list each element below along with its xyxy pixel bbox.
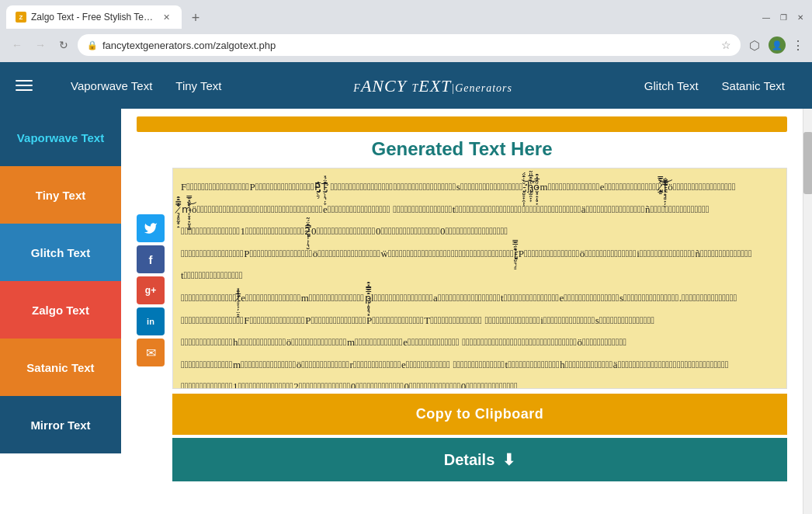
sidebar-item-glitch[interactable]: Glitch Text bbox=[0, 224, 121, 281]
profile-icon[interactable]: 👤 bbox=[769, 36, 786, 54]
active-tab[interactable]: Z Zalgo Text - Free Stylish Text Gen... … bbox=[6, 5, 182, 29]
linkedin-share-button[interactable]: in bbox=[137, 307, 165, 335]
right-scrollbar[interactable] bbox=[803, 109, 812, 514]
twitter-share-button[interactable] bbox=[137, 214, 165, 242]
facebook-icon: f bbox=[149, 253, 153, 266]
output-wrapper: F̵̡͎͙̬̩̖͚̰̰̒̿̌̓̿̚͜P̴̢̛͍͎͕͖̪̞̈̐͐̉̓̿̚P̴̡̡̡… bbox=[172, 168, 787, 481]
nav-link-glitch[interactable]: Glitch Text bbox=[633, 79, 710, 92]
copy-to-clipboard-button[interactable]: Copy to Clipboard bbox=[172, 394, 787, 435]
browser-addressbar: ← → ↻ 🔒 fancytextgenerators.com/zalgotex… bbox=[0, 30, 812, 62]
nav-link-satanic[interactable]: Satanic Text bbox=[710, 79, 796, 92]
lock-icon: 🔒 bbox=[87, 40, 98, 50]
logo-sub: Generators bbox=[455, 82, 512, 94]
hamburger-line bbox=[16, 89, 33, 91]
content-area: Generated Text Here f g+ in bbox=[121, 109, 803, 514]
tab-title: Zalgo Text - Free Stylish Text Gen... bbox=[31, 12, 155, 23]
address-bar[interactable]: 🔒 fancytextgenerators.com/zalgotext.php … bbox=[78, 34, 741, 56]
browser-menu-button[interactable]: ⋮ bbox=[792, 38, 804, 53]
sidebar-item-zalgo[interactable]: Zalgo Text bbox=[0, 281, 121, 339]
sidebar-item-vaporwave[interactable]: Vaporwave Text bbox=[0, 109, 121, 166]
url-text: fancytextgenerators.com/zalgotext.php bbox=[102, 40, 717, 51]
details-label: Details bbox=[444, 451, 495, 469]
forward-button[interactable]: → bbox=[31, 36, 50, 54]
maximize-button[interactable]: ❐ bbox=[778, 12, 789, 23]
linkedin-icon: in bbox=[147, 317, 154, 326]
site-logo[interactable]: FANCY TEXT|Generators bbox=[234, 74, 633, 97]
new-tab-button[interactable]: + bbox=[185, 7, 206, 29]
refresh-button[interactable]: ↻ bbox=[54, 36, 73, 54]
browser-titlebar: Z Zalgo Text - Free Stylish Text Gen... … bbox=[0, 0, 812, 30]
details-down-icon: ⬇ bbox=[502, 450, 515, 469]
window-controls: — ❐ ✕ bbox=[761, 12, 806, 23]
details-button[interactable]: Details ⬇ bbox=[172, 438, 787, 481]
hamburger-line bbox=[16, 85, 33, 86]
bookmark-icon[interactable]: ☆ bbox=[721, 39, 731, 51]
back-button[interactable]: ← bbox=[8, 36, 26, 54]
tab-close-button[interactable]: ✕ bbox=[160, 11, 172, 23]
main-content: Vaporwave Text Tiny Text Glitch Text Zal… bbox=[0, 109, 812, 514]
gplus-share-button[interactable]: g+ bbox=[137, 276, 165, 304]
sidebar: Vaporwave Text Tiny Text Glitch Text Zal… bbox=[0, 109, 121, 514]
minimize-button[interactable]: — bbox=[761, 12, 772, 23]
extensions-icon[interactable]: ⬡ bbox=[745, 36, 764, 54]
generated-title: Generated Text Here bbox=[137, 138, 787, 160]
email-icon: ✉ bbox=[146, 346, 156, 360]
facebook-share-button[interactable]: f bbox=[137, 245, 165, 273]
email-share-button[interactable]: ✉ bbox=[137, 339, 165, 366]
content-with-social: f g+ in ✉ F̵̡͎͙̬̩̖͚̰̰ bbox=[137, 168, 787, 481]
sidebar-item-tiny[interactable]: Tiny Text bbox=[0, 166, 121, 224]
sidebar-item-satanic[interactable]: Satanic Text bbox=[0, 339, 121, 396]
scrollbar-thumb[interactable] bbox=[803, 132, 812, 194]
hamburger-line bbox=[16, 80, 33, 82]
site-wrapper: Vaporwave Text Tiny Text FANCY TEXT|Gene… bbox=[0, 62, 812, 514]
generated-output-box[interactable]: F̵̡͎͙̬̩̖͚̰̰̒̿̌̓̿̚͜P̴̢̛͍͎͕͖̪̞̈̐͐̉̓̿̚P̴̡̡̡… bbox=[172, 168, 787, 389]
close-window-button[interactable]: ✕ bbox=[795, 12, 806, 23]
top-orange-bar bbox=[137, 116, 787, 132]
tab-bar: Z Zalgo Text - Free Stylish Text Gen... … bbox=[6, 5, 755, 29]
social-buttons-column: f g+ in ✉ bbox=[137, 214, 165, 366]
site-nav: Vaporwave Text Tiny Text FANCY TEXT|Gene… bbox=[0, 62, 812, 109]
nav-link-tiny[interactable]: Tiny Text bbox=[164, 79, 233, 92]
logo-fancy: FANCY TEXT bbox=[353, 82, 451, 94]
gplus-icon: g+ bbox=[145, 285, 156, 296]
tab-favicon: Z bbox=[16, 12, 26, 23]
browser-chrome: Z Zalgo Text - Free Stylish Text Gen... … bbox=[0, 0, 812, 62]
generated-output-text: F̵̡͎͙̬̩̖͚̰̰̒̿̌̓̿̚͜P̴̢̛͍͎͕͖̪̞̈̐͐̉̓̿̚P̴̡̡̡… bbox=[181, 181, 761, 389]
hamburger-menu-button[interactable] bbox=[16, 71, 43, 99]
nav-link-vaporwave[interactable]: Vaporwave Text bbox=[59, 79, 164, 92]
sidebar-item-mirror[interactable]: Mirror Text bbox=[0, 396, 121, 453]
